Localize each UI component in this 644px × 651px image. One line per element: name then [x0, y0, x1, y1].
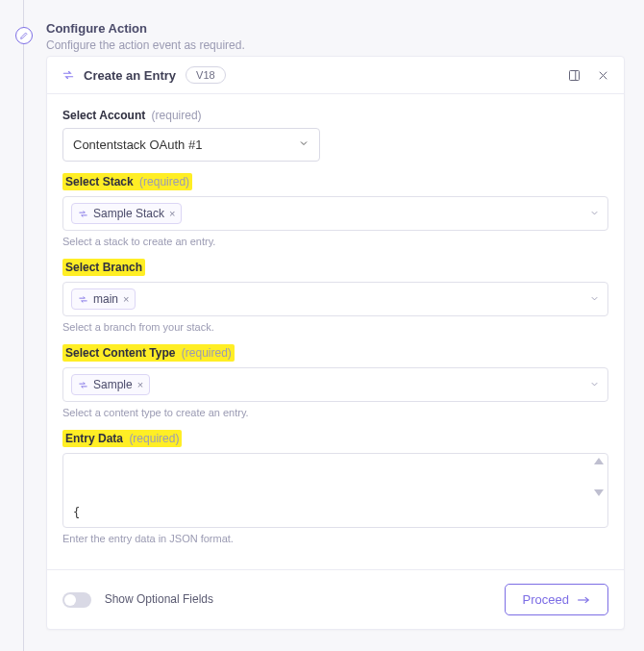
stack-chip-remove[interactable]: ×: [169, 208, 175, 219]
optional-fields-row: Show Optional Fields: [62, 591, 213, 608]
optional-fields-toggle[interactable]: [62, 592, 91, 608]
resize-handle[interactable]: [592, 512, 606, 525]
entry-data-label: Entry Data (required): [62, 430, 182, 447]
page-title: Configure Action: [46, 21, 245, 36]
pencil-icon: [19, 31, 29, 40]
chevron-down-icon: [589, 292, 600, 307]
stack-chip: Sample Stack ×: [71, 203, 182, 224]
proceed-button[interactable]: Proceed: [505, 584, 608, 615]
scroll-down-button[interactable]: [594, 489, 604, 496]
branch-helper: Select a branch from your stack.: [62, 321, 608, 333]
branch-chip-remove[interactable]: ×: [123, 293, 129, 305]
card-header: Create an Entry V18: [47, 57, 624, 94]
chevron-down-icon: [589, 378, 600, 392]
stack-label: Select Stack (required): [62, 173, 192, 190]
stack-icon: [78, 209, 88, 219]
branch-select[interactable]: main ×: [62, 282, 608, 316]
content-type-label: Select Content Type (required): [62, 344, 235, 362]
stack-select[interactable]: Sample Stack ×: [62, 196, 608, 231]
entry-data-helper: Enter the entry data in JSON format.: [62, 533, 608, 544]
branch-icon: [78, 294, 88, 305]
content-type-select[interactable]: Sample ×: [62, 367, 608, 402]
card-title: Create an Entry: [84, 68, 176, 83]
panel-icon[interactable]: [566, 67, 582, 83]
arrows-swap-icon: [61, 67, 76, 83]
optional-fields-label: Show Optional Fields: [105, 592, 213, 606]
chevron-down-icon: [589, 207, 600, 221]
step-indicator: [15, 27, 33, 44]
branch-label: Select Branch: [62, 259, 145, 276]
chevron-down-icon: [298, 138, 310, 152]
action-card: Create an Entry V18 Select Account (requ…: [46, 56, 625, 630]
close-icon[interactable]: [595, 67, 610, 83]
account-label: Select Account (required): [62, 109, 202, 122]
content-type-icon: [78, 380, 88, 390]
content-type-chip: Sample ×: [71, 374, 150, 395]
svg-rect-0: [569, 70, 579, 80]
content-type-helper: Select a content type to create an entry…: [62, 407, 608, 418]
content-type-chip-remove[interactable]: ×: [137, 379, 143, 390]
stack-helper: Select a stack to create an entry.: [62, 236, 608, 247]
scroll-up-button[interactable]: [594, 458, 604, 464]
account-value: Contentstack OAuth #1: [73, 138, 202, 152]
version-pill: V18: [186, 66, 226, 84]
entry-data-editor[interactable]: { "entry": { "title": " 1.body × ", "cla…: [62, 453, 608, 528]
page-subtitle: Configure the action event as required.: [46, 38, 245, 52]
arrow-right-icon: [577, 595, 590, 605]
branch-chip: main ×: [71, 288, 136, 310]
account-select[interactable]: Contentstack OAuth #1: [62, 128, 320, 162]
code-line: {: [73, 503, 598, 524]
